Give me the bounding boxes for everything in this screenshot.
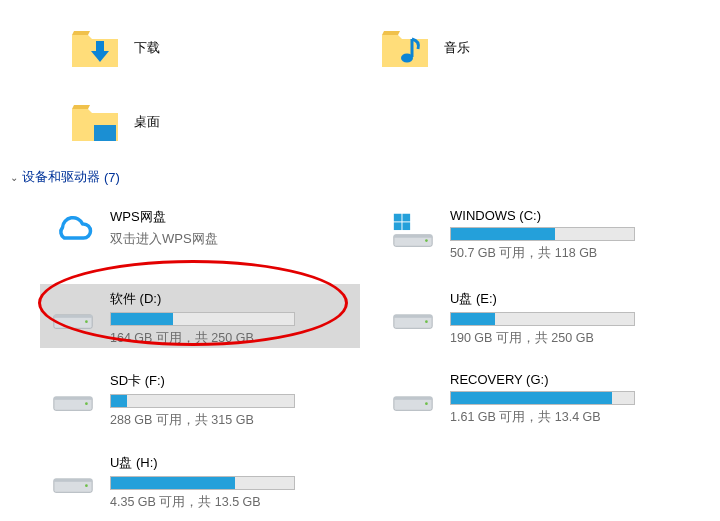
svg-point-1 bbox=[401, 54, 413, 63]
svg-rect-17 bbox=[54, 397, 92, 400]
drive-status: 164 GB 可用，共 250 GB bbox=[110, 330, 350, 347]
folder-music[interactable]: 音乐 bbox=[380, 18, 690, 78]
svg-rect-2 bbox=[94, 125, 116, 141]
drive-sdcard-f[interactable]: SD卡 (F:) 288 GB 可用，共 315 GB bbox=[40, 366, 360, 430]
os-drive-icon bbox=[390, 208, 436, 254]
usage-bar bbox=[450, 227, 635, 241]
drive-software-d[interactable]: 软件 (D:) 164 GB 可用，共 250 GB bbox=[40, 284, 360, 348]
drive-windows-c[interactable]: WINDOWS (C:) 50.7 GB 可用，共 118 GB bbox=[380, 202, 700, 266]
svg-point-18 bbox=[85, 402, 88, 405]
drive-wps-cloud[interactable]: WPS网盘 双击进入WPS网盘 bbox=[40, 202, 360, 266]
svg-rect-4 bbox=[394, 235, 432, 238]
drive-name: U盘 (E:) bbox=[450, 290, 690, 308]
drive-info: U盘 (E:) 190 GB 可用，共 250 GB bbox=[450, 290, 690, 347]
svg-point-24 bbox=[85, 484, 88, 487]
usage-bar bbox=[110, 312, 295, 326]
drive-name: SD卡 (F:) bbox=[110, 372, 350, 390]
usage-bar bbox=[450, 391, 635, 405]
folder-label: 下载 bbox=[134, 39, 160, 57]
drive-info: RECOVERY (G:) 1.61 GB 可用，共 13.4 GB bbox=[450, 372, 690, 426]
drive-info: SD卡 (F:) 288 GB 可用，共 315 GB bbox=[110, 372, 350, 429]
usage-bar bbox=[450, 312, 635, 326]
cloud-icon bbox=[50, 208, 96, 254]
group-count: (7) bbox=[104, 170, 120, 185]
usage-fill bbox=[111, 395, 127, 407]
hdd-icon bbox=[390, 290, 436, 336]
drive-udisk-h[interactable]: U盘 (H:) 4.35 GB 可用，共 13.5 GB bbox=[40, 448, 360, 512]
svg-rect-7 bbox=[402, 214, 410, 222]
svg-rect-23 bbox=[54, 479, 92, 482]
drive-status: 1.61 GB 可用，共 13.4 GB bbox=[450, 409, 690, 426]
svg-rect-6 bbox=[394, 214, 402, 222]
svg-rect-11 bbox=[54, 315, 92, 318]
drive-name: WPS网盘 bbox=[110, 208, 350, 226]
svg-rect-20 bbox=[394, 397, 432, 400]
hdd-icon bbox=[50, 454, 96, 500]
drive-info: 软件 (D:) 164 GB 可用，共 250 GB bbox=[110, 290, 350, 347]
svg-rect-8 bbox=[394, 222, 402, 230]
usage-bar bbox=[110, 476, 295, 490]
user-folders-section: 下载 音乐 桌面 bbox=[0, 0, 720, 162]
folder-icon bbox=[70, 101, 120, 143]
svg-rect-14 bbox=[394, 315, 432, 318]
usage-fill bbox=[111, 477, 235, 489]
svg-point-15 bbox=[425, 320, 428, 323]
drive-info: WPS网盘 双击进入WPS网盘 bbox=[110, 208, 350, 248]
drive-info: WINDOWS (C:) 50.7 GB 可用，共 118 GB bbox=[450, 208, 690, 262]
drive-name: RECOVERY (G:) bbox=[450, 372, 690, 387]
devices-drives-header[interactable]: ⌄ 设备和驱动器 (7) bbox=[0, 162, 720, 192]
drive-status: 4.35 GB 可用，共 13.5 GB bbox=[110, 494, 350, 511]
hdd-icon bbox=[390, 372, 436, 418]
group-label: 设备和驱动器 bbox=[22, 168, 100, 186]
usage-fill bbox=[451, 228, 555, 240]
drive-name: U盘 (H:) bbox=[110, 454, 350, 472]
usage-fill bbox=[111, 313, 173, 325]
usage-fill bbox=[451, 313, 495, 325]
folder-icon bbox=[380, 27, 430, 69]
drives-grid: WPS网盘 双击进入WPS网盘 WINDOWS (C:) 50.7 GB 可用，… bbox=[0, 192, 720, 512]
folder-icon bbox=[70, 27, 120, 69]
svg-point-5 bbox=[425, 239, 428, 242]
svg-point-12 bbox=[85, 320, 88, 323]
svg-point-21 bbox=[425, 402, 428, 405]
folder-downloads[interactable]: 下载 bbox=[70, 18, 380, 78]
hdd-icon bbox=[50, 290, 96, 336]
drive-subtext: 双击进入WPS网盘 bbox=[110, 230, 350, 248]
usage-fill bbox=[451, 392, 612, 404]
drive-status: 190 GB 可用，共 250 GB bbox=[450, 330, 690, 347]
svg-rect-9 bbox=[402, 222, 410, 230]
chevron-down-icon: ⌄ bbox=[10, 172, 18, 183]
drive-info: U盘 (H:) 4.35 GB 可用，共 13.5 GB bbox=[110, 454, 350, 511]
hdd-icon bbox=[50, 372, 96, 418]
folder-label: 音乐 bbox=[444, 39, 470, 57]
drive-name: WINDOWS (C:) bbox=[450, 208, 690, 223]
drive-status: 288 GB 可用，共 315 GB bbox=[110, 412, 350, 429]
drive-name: 软件 (D:) bbox=[110, 290, 350, 308]
folder-label: 桌面 bbox=[134, 113, 160, 131]
drive-status: 50.7 GB 可用，共 118 GB bbox=[450, 245, 690, 262]
usage-bar bbox=[110, 394, 295, 408]
drive-recovery-g[interactable]: RECOVERY (G:) 1.61 GB 可用，共 13.4 GB bbox=[380, 366, 700, 430]
drive-udisk-e[interactable]: U盘 (E:) 190 GB 可用，共 250 GB bbox=[380, 284, 700, 348]
svg-rect-0 bbox=[96, 41, 104, 51]
folder-desktop[interactable]: 桌面 bbox=[70, 92, 380, 152]
